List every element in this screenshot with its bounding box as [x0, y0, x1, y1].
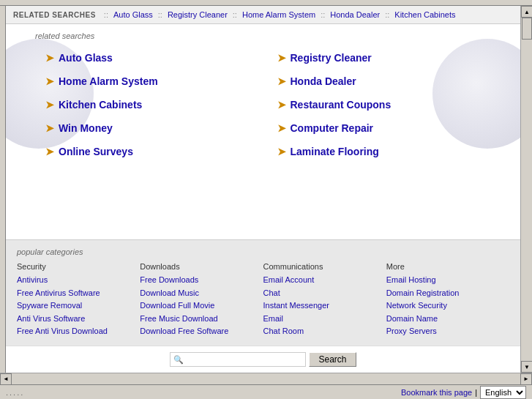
category-header-security: Security — [17, 262, 132, 271]
related-searches-title: related searches — [35, 31, 506, 40]
scroll-down-button[interactable]: ▼ — [521, 361, 532, 373]
search-button[interactable]: Search — [309, 352, 356, 367]
search-link-win-money[interactable]: Win Money — [59, 122, 113, 134]
popular-title: popular categories — [17, 247, 509, 256]
search-input-wrapper: 🔍 — [170, 352, 306, 367]
arrow-icon: ➤ — [277, 75, 286, 87]
category-header-more: More — [386, 262, 502, 271]
search-icon: 🔍 — [173, 355, 184, 365]
cat-link[interactable]: Email Account — [263, 274, 379, 287]
left-scrollbar — [0, 6, 6, 373]
search-link-home-alarm[interactable]: Home Alarm System — [59, 75, 158, 87]
scroll-up-button[interactable]: ▲ — [521, 6, 532, 18]
cat-link[interactable]: Free Antivirus Software — [17, 287, 132, 300]
language-select[interactable]: English — [480, 386, 526, 399]
hscroll-right-button[interactable]: ► — [520, 373, 532, 385]
scroll-track — [521, 18, 532, 361]
search-link-online-surveys[interactable]: Online Surveys — [59, 146, 133, 157]
search-link-registry-cleaner[interactable]: Registry Cleaner — [291, 52, 372, 64]
cat-link[interactable]: Download Music — [140, 287, 255, 300]
category-col-communications: Communications Email Account Chat Instan… — [263, 262, 386, 338]
cat-link[interactable]: Email Hosting — [386, 274, 502, 287]
list-item: ➤ Auto Glass — [42, 46, 274, 70]
related-bar: RELATED SEARCHES :: Auto Glass :: Regist… — [6, 6, 520, 24]
bookmark-link[interactable]: Bookmark this page — [401, 388, 472, 397]
arrow-icon: ➤ — [45, 99, 54, 111]
topbar-link-2[interactable]: Home Alarm System — [242, 10, 315, 19]
topbar-link-3[interactable]: Honda Dealer — [330, 10, 380, 19]
arrow-icon: ➤ — [277, 122, 286, 134]
bottom-left: ..... — [6, 388, 24, 397]
list-item: ➤ Laminate Flooring — [274, 140, 506, 163]
search-bar-area: 🔍 Search — [6, 346, 520, 373]
arrow-icon: ➤ — [277, 146, 286, 157]
list-item: ➤ Restaurant Coupons — [274, 93, 506, 116]
arrow-icon: ➤ — [45, 146, 54, 157]
search-link-honda-dealer[interactable]: Honda Dealer — [291, 75, 356, 87]
bottom-dots: ..... — [6, 388, 24, 397]
cat-link[interactable]: Proxy Servers — [386, 325, 502, 338]
cat-link[interactable]: Instant Messenger — [263, 299, 379, 313]
category-col-downloads: Downloads Free Downloads Download Music … — [140, 262, 263, 338]
cat-link[interactable]: Domain Name — [386, 313, 502, 326]
popular-section: popular categories Security Antivirus Fr… — [6, 239, 520, 346]
list-item: ➤ Home Alarm System — [42, 70, 274, 93]
search-link-auto-glass[interactable]: Auto Glass — [59, 52, 113, 64]
list-item: ➤ Honda Dealer — [274, 70, 506, 93]
cat-link[interactable]: Download Full Movie — [140, 299, 255, 313]
bottom-scrollbar: ◄ ► — [0, 373, 532, 384]
search-link-laminate-flooring[interactable]: Laminate Flooring — [291, 146, 379, 157]
cat-link[interactable]: Email — [263, 313, 379, 326]
arrow-icon: ➤ — [45, 52, 54, 64]
top-chrome-bar — [0, 0, 532, 6]
hscroll-left-button[interactable]: ◄ — [0, 373, 12, 385]
search-link-restaurant-coupons[interactable]: Restaurant Coupons — [291, 99, 391, 111]
search-links-grid: ➤ Auto Glass ➤ Registry Cleaner ➤ Home A… — [42, 46, 506, 163]
topbar-link-1[interactable]: Registry Cleaner — [168, 10, 228, 19]
list-item: ➤ Online Surveys — [42, 140, 274, 163]
category-header-communications: Communications — [263, 262, 379, 271]
arrow-icon: ➤ — [277, 99, 286, 111]
cat-link[interactable]: Antivirus — [17, 274, 132, 287]
cat-link[interactable]: Chat Room — [263, 325, 379, 338]
cat-link[interactable]: Chat — [263, 287, 379, 300]
cat-link[interactable]: Free Music Download — [140, 313, 255, 326]
arrow-icon: ➤ — [45, 75, 54, 87]
arrow-icon: ➤ — [45, 122, 54, 134]
cat-link[interactable]: Anti Virus Software — [17, 313, 132, 326]
search-link-computer-repair[interactable]: Computer Repair — [291, 122, 374, 134]
list-item: ➤ Win Money — [42, 116, 274, 140]
cat-link[interactable]: Download Free Software — [140, 325, 255, 338]
search-content: related searches ➤ Auto Glass ➤ Registry… — [6, 24, 520, 239]
topbar-link-4[interactable]: Kitchen Cabinets — [394, 10, 455, 19]
topbar-link-0[interactable]: Auto Glass — [113, 10, 153, 19]
search-input[interactable] — [185, 354, 302, 365]
category-col-security: Security Antivirus Free Antivirus Softwa… — [17, 262, 140, 338]
hscroll-track — [12, 373, 520, 385]
cat-link[interactable]: Free Anti Virus Download — [17, 325, 132, 338]
arrow-icon: ➤ — [277, 52, 286, 64]
category-col-more: More Email Hosting Domain Registration N… — [386, 262, 509, 338]
search-link-kitchen-cabinets[interactable]: Kitchen Cabinets — [59, 99, 142, 111]
bottom-bar: ..... Bookmark this page | English — [0, 384, 532, 399]
list-item: ➤ Registry Cleaner — [274, 46, 506, 70]
right-scrollbar[interactable]: ▲ ▼ — [520, 6, 532, 373]
cat-link[interactable]: Network Security — [386, 299, 502, 313]
related-bar-label: RELATED SEARCHES — [13, 11, 96, 19]
cat-link[interactable]: Spyware Removal — [17, 299, 132, 313]
list-item: ➤ Computer Repair — [274, 116, 506, 140]
main-area: related searches ➤ Auto Glass ➤ Registry… — [6, 24, 520, 239]
category-header-downloads: Downloads — [140, 262, 255, 271]
separator: | — [475, 388, 477, 397]
bottom-right: Bookmark this page | English — [401, 386, 526, 399]
categories-grid: Security Antivirus Free Antivirus Softwa… — [17, 262, 509, 338]
cat-link[interactable]: Free Downloads — [140, 274, 255, 287]
cat-link[interactable]: Domain Registration — [386, 287, 502, 300]
list-item: ➤ Kitchen Cabinets — [42, 93, 274, 116]
scroll-thumb[interactable] — [522, 18, 532, 40]
center-content: RELATED SEARCHES :: Auto Glass :: Regist… — [6, 6, 520, 373]
